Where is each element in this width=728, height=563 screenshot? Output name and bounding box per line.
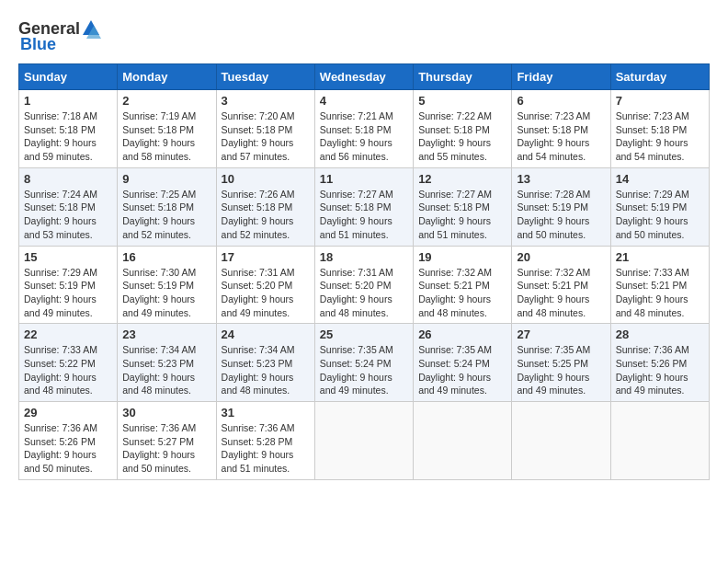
day-info: Sunrise: 7:34 AM Sunset: 5:23 PM Dayligh… [122, 343, 210, 397]
day-info: Sunrise: 7:31 AM Sunset: 5:20 PM Dayligh… [222, 266, 310, 320]
day-number: 20 [517, 250, 605, 264]
day-info: Sunrise: 7:19 AM Sunset: 5:18 PM Dayligh… [122, 109, 210, 164]
calendar-cell: 7 Sunrise: 7:23 AM Sunset: 5:18 PM Dayli… [610, 90, 709, 168]
day-info: Sunrise: 7:35 AM Sunset: 5:24 PM Dayligh… [418, 343, 506, 397]
day-info: Sunrise: 7:33 AM Sunset: 5:22 PM Dayligh… [24, 343, 112, 397]
day-number: 23 [122, 327, 210, 341]
day-info: Sunrise: 7:35 AM Sunset: 5:25 PM Dayligh… [517, 343, 605, 397]
day-info: Sunrise: 7:29 AM Sunset: 5:19 PM Dayligh… [24, 266, 112, 320]
calendar-cell: 15 Sunrise: 7:29 AM Sunset: 5:19 PM Dayl… [19, 246, 118, 324]
calendar-cell: 16 Sunrise: 7:30 AM Sunset: 5:19 PM Dayl… [118, 246, 216, 324]
day-number: 13 [517, 172, 605, 186]
day-number: 17 [222, 250, 310, 264]
calendar-week-2: 8 Sunrise: 7:24 AM Sunset: 5:18 PM Dayli… [19, 167, 710, 246]
calendar-cell: 22 Sunrise: 7:33 AM Sunset: 5:22 PM Dayl… [19, 324, 118, 402]
calendar-cell: 4 Sunrise: 7:21 AM Sunset: 5:18 PM Dayli… [314, 90, 413, 168]
day-info: Sunrise: 7:25 AM Sunset: 5:18 PM Dayligh… [122, 188, 210, 242]
calendar-header-friday: Friday [512, 64, 610, 90]
calendar-cell: 1 Sunrise: 7:18 AM Sunset: 5:18 PM Dayli… [19, 90, 118, 168]
calendar-cell: 30 Sunrise: 7:36 AM Sunset: 5:27 PM Dayl… [118, 402, 216, 480]
day-number: 2 [122, 94, 210, 108]
day-number: 14 [616, 172, 704, 186]
day-number: 28 [616, 327, 704, 341]
day-number: 8 [24, 172, 112, 186]
day-info: Sunrise: 7:33 AM Sunset: 5:21 PM Dayligh… [616, 266, 704, 320]
calendar-week-4: 22 Sunrise: 7:33 AM Sunset: 5:22 PM Dayl… [19, 324, 710, 402]
calendar-header-sunday: Sunday [19, 64, 118, 90]
calendar-cell: 2 Sunrise: 7:19 AM Sunset: 5:18 PM Dayli… [118, 90, 216, 168]
day-number: 4 [320, 94, 408, 108]
day-info: Sunrise: 7:32 AM Sunset: 5:21 PM Dayligh… [418, 266, 506, 320]
calendar-cell: 12 Sunrise: 7:27 AM Sunset: 5:18 PM Dayl… [414, 167, 512, 246]
calendar-cell: 14 Sunrise: 7:29 AM Sunset: 5:19 PM Dayl… [610, 167, 709, 246]
calendar-table: SundayMondayTuesdayWednesdayThursdayFrid… [18, 63, 710, 480]
day-number: 22 [24, 327, 112, 341]
day-number: 29 [24, 406, 112, 419]
day-number: 19 [418, 250, 506, 264]
calendar-cell [414, 402, 512, 480]
day-info: Sunrise: 7:28 AM Sunset: 5:19 PM Dayligh… [517, 188, 605, 242]
day-number: 12 [418, 172, 506, 186]
logo-icon [81, 18, 101, 39]
calendar-cell: 5 Sunrise: 7:22 AM Sunset: 5:18 PM Dayli… [414, 90, 512, 168]
calendar-cell: 19 Sunrise: 7:32 AM Sunset: 5:21 PM Dayl… [414, 246, 512, 324]
day-info: Sunrise: 7:34 AM Sunset: 5:23 PM Dayligh… [222, 343, 310, 397]
day-number: 31 [222, 406, 310, 419]
day-info: Sunrise: 7:27 AM Sunset: 5:18 PM Dayligh… [320, 188, 408, 242]
calendar-cell: 8 Sunrise: 7:24 AM Sunset: 5:18 PM Dayli… [19, 167, 118, 246]
calendar-header-monday: Monday [118, 64, 216, 90]
calendar-cell: 6 Sunrise: 7:23 AM Sunset: 5:18 PM Dayli… [512, 90, 610, 168]
day-number: 18 [320, 250, 408, 264]
day-info: Sunrise: 7:18 AM Sunset: 5:18 PM Dayligh… [24, 109, 112, 164]
calendar-cell: 9 Sunrise: 7:25 AM Sunset: 5:18 PM Dayli… [118, 167, 216, 246]
day-number: 30 [122, 406, 210, 419]
calendar-cell [314, 402, 413, 480]
day-info: Sunrise: 7:29 AM Sunset: 5:19 PM Dayligh… [616, 188, 704, 242]
calendar-cell: 26 Sunrise: 7:35 AM Sunset: 5:24 PM Dayl… [414, 324, 512, 402]
day-info: Sunrise: 7:20 AM Sunset: 5:18 PM Dayligh… [222, 109, 310, 164]
calendar-cell: 25 Sunrise: 7:35 AM Sunset: 5:24 PM Dayl… [314, 324, 413, 402]
day-info: Sunrise: 7:22 AM Sunset: 5:18 PM Dayligh… [418, 109, 506, 164]
day-number: 21 [616, 250, 704, 264]
day-info: Sunrise: 7:35 AM Sunset: 5:24 PM Dayligh… [320, 343, 408, 397]
day-number: 26 [418, 327, 506, 341]
day-info: Sunrise: 7:36 AM Sunset: 5:26 PM Dayligh… [616, 343, 704, 397]
day-number: 9 [122, 172, 210, 186]
day-info: Sunrise: 7:21 AM Sunset: 5:18 PM Dayligh… [320, 109, 408, 164]
day-info: Sunrise: 7:23 AM Sunset: 5:18 PM Dayligh… [517, 109, 605, 164]
calendar-header-tuesday: Tuesday [216, 64, 314, 90]
calendar-cell: 17 Sunrise: 7:31 AM Sunset: 5:20 PM Dayl… [216, 246, 314, 324]
day-number: 16 [122, 250, 210, 264]
calendar-cell: 29 Sunrise: 7:36 AM Sunset: 5:26 PM Dayl… [19, 402, 118, 480]
day-info: Sunrise: 7:36 AM Sunset: 5:26 PM Dayligh… [24, 421, 112, 476]
day-info: Sunrise: 7:32 AM Sunset: 5:21 PM Dayligh… [517, 266, 605, 320]
day-info: Sunrise: 7:30 AM Sunset: 5:19 PM Dayligh… [122, 266, 210, 320]
calendar-cell: 23 Sunrise: 7:34 AM Sunset: 5:23 PM Dayl… [118, 324, 216, 402]
calendar-header-wednesday: Wednesday [314, 64, 413, 90]
day-number: 5 [418, 94, 506, 108]
day-info: Sunrise: 7:27 AM Sunset: 5:18 PM Dayligh… [418, 188, 506, 242]
day-number: 10 [222, 172, 310, 186]
calendar-cell: 27 Sunrise: 7:35 AM Sunset: 5:25 PM Dayl… [512, 324, 610, 402]
day-number: 25 [320, 327, 408, 341]
calendar-header-thursday: Thursday [414, 64, 512, 90]
calendar-cell: 24 Sunrise: 7:34 AM Sunset: 5:23 PM Dayl… [216, 324, 314, 402]
day-number: 24 [222, 327, 310, 341]
day-number: 6 [517, 94, 605, 108]
calendar-cell: 21 Sunrise: 7:33 AM Sunset: 5:21 PM Dayl… [610, 246, 709, 324]
calendar-cell: 20 Sunrise: 7:32 AM Sunset: 5:21 PM Dayl… [512, 246, 610, 324]
day-number: 15 [24, 250, 112, 264]
day-number: 1 [24, 94, 112, 108]
calendar-cell: 10 Sunrise: 7:26 AM Sunset: 5:18 PM Dayl… [216, 167, 314, 246]
day-info: Sunrise: 7:23 AM Sunset: 5:18 PM Dayligh… [616, 109, 704, 164]
day-info: Sunrise: 7:31 AM Sunset: 5:20 PM Dayligh… [320, 266, 408, 320]
calendar-week-1: 1 Sunrise: 7:18 AM Sunset: 5:18 PM Dayli… [19, 90, 710, 168]
logo-blue-text: Blue [20, 35, 56, 54]
day-info: Sunrise: 7:26 AM Sunset: 5:18 PM Dayligh… [222, 188, 310, 242]
calendar-cell [512, 402, 610, 480]
header: General Blue [18, 18, 710, 54]
calendar-cell: 3 Sunrise: 7:20 AM Sunset: 5:18 PM Dayli… [216, 90, 314, 168]
calendar-header-row: SundayMondayTuesdayWednesdayThursdayFrid… [19, 64, 710, 90]
calendar-week-5: 29 Sunrise: 7:36 AM Sunset: 5:26 PM Dayl… [19, 402, 710, 480]
calendar-cell: 31 Sunrise: 7:36 AM Sunset: 5:28 PM Dayl… [216, 402, 314, 480]
